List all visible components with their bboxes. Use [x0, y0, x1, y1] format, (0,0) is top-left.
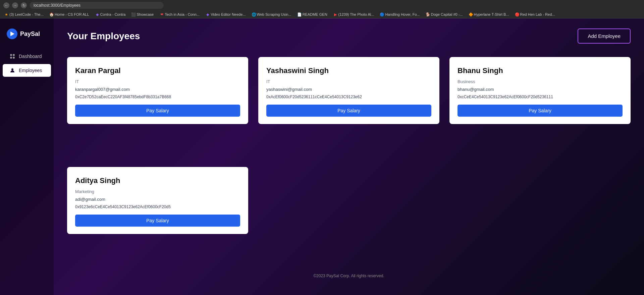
employee-name-3: Aditya Singh — [75, 176, 240, 185]
bookmark-csforall[interactable]: 🏠 Home - CS FOR ALL — [49, 12, 90, 17]
bookmark-leetcode[interactable]: ★ (3) LeetCode - The... — [3, 12, 45, 17]
bookmark-redhen[interactable]: 🔴 Red Hen Lab - Red... — [514, 12, 556, 17]
employee-department-3: Marketing — [75, 189, 240, 194]
bookmark-icon: ★ — [4, 12, 8, 16]
employee-wallet-0: 0xC2e7D52caEecC220AF3f48785ebdF8b331a7B6… — [75, 95, 240, 99]
employee-department-0: IT — [75, 79, 240, 84]
employee-department-2: Business — [458, 79, 623, 84]
bookmarks-bar: ★ (3) LeetCode - The... 🏠 Home - CS FOR … — [0, 11, 644, 18]
employee-name-0: Karan Pargal — [75, 66, 240, 75]
bookmark-doge[interactable]: 🐕 Doge Capital #0 -... — [425, 12, 464, 17]
svg-point-2 — [10, 57, 12, 59]
sidebar-item-dashboard-label: Dashboard — [19, 54, 42, 59]
svg-point-1 — [13, 54, 15, 56]
sidebar-item-employees[interactable]: Employees — [3, 64, 51, 77]
bookmark-icon: ❤ — [160, 12, 164, 16]
bookmark-photo[interactable]: ▶ (1239) The Photo Al... — [332, 12, 375, 17]
bookmark-icon: ◆ — [206, 12, 210, 16]
browser-chrome: ← → ↻ localhost:3000/Employees — [0, 0, 644, 11]
sidebar: PaySal Dashboard Employees — [0, 18, 54, 295]
sidebar-item-dashboard[interactable]: Dashboard — [3, 50, 51, 63]
bookmark-icon: ⬛ — [131, 12, 136, 16]
back-button[interactable]: ← — [3, 2, 9, 8]
bookmark-readme[interactable]: 📄 README GEN — [297, 12, 328, 17]
employee-card-2: Bhanu Singh Business bhanu@gmail.com 0xc… — [449, 57, 631, 124]
svg-point-4 — [11, 68, 13, 70]
bookmark-icon: 🔶 — [469, 12, 473, 16]
bookmark-icon: ◆ — [95, 12, 99, 16]
page-title: Your Employees — [67, 31, 140, 42]
bookmark-icon: 🌐 — [252, 12, 256, 16]
bookmark-video[interactable]: ◆ Video Editor Neede... — [205, 12, 247, 17]
pay-salary-button-2[interactable]: Pay Salary — [458, 105, 623, 117]
pay-salary-button-0[interactable]: Pay Salary — [75, 105, 240, 117]
employee-card-3: Aditya Singh Marketing adi@gmail.com 0x9… — [67, 167, 248, 234]
employee-wallet-3: 0x9123e6cCeE4Ce54013C9123e62AcEf0600cF20… — [75, 204, 240, 209]
employee-email-0: karanpargal007@gmail.com — [75, 87, 240, 92]
bookmark-hover[interactable]: 🔵 Handling Hover, Fo... — [379, 12, 421, 17]
reload-button[interactable]: ↻ — [21, 2, 27, 8]
employee-card-1: Yashaswini Singh IT yashaswini@gmail.com… — [258, 57, 439, 124]
logo-text: PaySal — [20, 31, 40, 38]
bookmark-contra[interactable]: ◆ Contra - Contra — [94, 12, 127, 17]
logo-area: PaySal — [0, 25, 54, 49]
app-container: PaySal Dashboard Employees — [0, 18, 644, 295]
bookmark-icon: 🐕 — [426, 12, 430, 16]
employee-name-2: Bhanu Singh — [458, 66, 623, 75]
employees-icon — [9, 67, 15, 73]
employee-wallet-2: 0xcCeE4Ce54013C9123e62AcEf0600cF20d52361… — [458, 95, 623, 99]
employees-grid: Karan Pargal IT karanpargal007@gmail.com… — [67, 57, 631, 267]
svg-point-3 — [13, 57, 15, 59]
bookmark-hyperlane[interactable]: 🔶 Hyperlane T-Shirt B... — [468, 12, 510, 17]
sidebar-item-employees-label: Employees — [19, 68, 42, 73]
bookmark-showcase[interactable]: ⬛ Showcase — [130, 12, 155, 17]
pay-salary-button-3[interactable]: Pay Salary — [75, 215, 240, 227]
employee-department-1: IT — [266, 79, 431, 84]
bookmark-icon: ▶ — [333, 12, 337, 16]
employee-wallet-1: 0xAcEf0600cF20d5236111cCeE4Ce54013C9123e… — [266, 95, 431, 99]
bookmark-techinasia[interactable]: ❤ Tech in Asia - Conn... — [159, 12, 201, 17]
employee-email-3: adi@gmail.com — [75, 197, 240, 202]
play-icon — [10, 32, 14, 36]
forward-button[interactable]: → — [12, 2, 18, 8]
bookmark-icon: 🔵 — [380, 12, 384, 16]
logo-icon — [7, 28, 17, 39]
employee-email-1: yashaswini@gmail.com — [266, 87, 431, 92]
url-bar[interactable]: localhost:3000/Employees — [30, 2, 164, 9]
footer-text: ©2023 PaySal Corp. All rights reserved. — [313, 274, 384, 278]
bookmark-icon: 🔴 — [515, 12, 519, 16]
dashboard-icon — [9, 53, 15, 59]
bookmark-icon: 🏠 — [50, 12, 54, 16]
employee-name-1: Yashaswini Singh — [266, 66, 431, 75]
employee-card-0: Karan Pargal IT karanpargal007@gmail.com… — [67, 57, 248, 124]
bookmark-webscraping[interactable]: 🌐 Web Scraping Usin... — [251, 12, 292, 17]
svg-point-0 — [10, 54, 12, 56]
add-employee-button[interactable]: Add Employee — [578, 28, 631, 44]
page-header: Your Employees Add Employee — [67, 28, 631, 44]
employee-email-2: bhanu@gmail.com — [458, 87, 623, 92]
pay-salary-button-1[interactable]: Pay Salary — [266, 105, 431, 117]
bookmark-icon: 📄 — [298, 12, 302, 16]
main-content: Your Employees Add Employee Karan Pargal… — [54, 18, 644, 295]
footer: ©2023 PaySal Corp. All rights reserved. — [67, 267, 631, 285]
